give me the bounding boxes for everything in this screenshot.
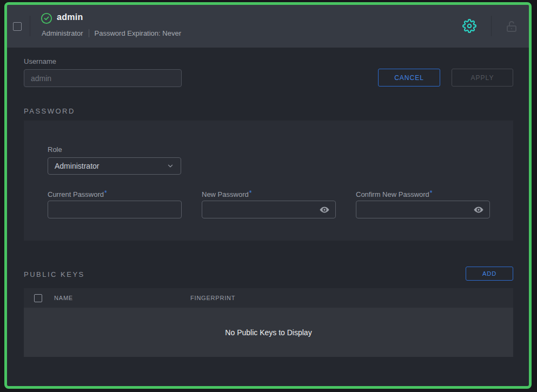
public-keys-section-title: PUBLIC KEYS bbox=[24, 270, 85, 278]
username-input[interactable] bbox=[24, 69, 182, 87]
user-subtitle: Administrator Password Expiration: Never bbox=[42, 29, 181, 37]
header-icon-divider bbox=[491, 16, 492, 36]
new-password-field bbox=[202, 201, 336, 218]
confirm-password-label-text: Confirm New Password bbox=[356, 190, 429, 198]
confirm-password-field bbox=[356, 201, 490, 218]
eye-icon bbox=[319, 204, 330, 215]
role-value: Administrator bbox=[55, 162, 99, 170]
confirm-password-input[interactable] bbox=[356, 205, 473, 214]
new-password-input[interactable] bbox=[202, 205, 319, 214]
add-public-key-button[interactable]: ADD bbox=[466, 267, 513, 281]
user-role-text: Administrator bbox=[42, 29, 83, 37]
user-edit-panel: admin Administrator Password Expiration:… bbox=[4, 2, 532, 389]
new-password-label: New Password* bbox=[202, 189, 251, 198]
chevron-down-icon bbox=[167, 162, 174, 170]
required-marker: * bbox=[249, 189, 252, 197]
password-expiration-text: Password Expiration: Never bbox=[95, 29, 181, 37]
current-password-field bbox=[48, 201, 182, 218]
user-header: admin Administrator Password Expiration:… bbox=[7, 5, 529, 48]
role-label: Role bbox=[48, 145, 62, 154]
username-title: admin bbox=[57, 12, 83, 22]
show-confirm-password-button[interactable] bbox=[473, 204, 489, 215]
public-keys-table: NAME FINGERPRINT No Public Keys to Displ… bbox=[24, 288, 513, 357]
username-label: Username bbox=[24, 57, 56, 65]
apply-button[interactable]: APPLY bbox=[452, 69, 513, 87]
column-header-fingerprint: FINGERPRINT bbox=[190, 295, 235, 301]
public-keys-table-header: NAME FINGERPRINT bbox=[24, 288, 513, 308]
subtitle-separator bbox=[89, 29, 89, 37]
required-marker: * bbox=[430, 189, 433, 197]
current-password-label: Current Password* bbox=[48, 189, 107, 198]
empty-state-message: No Public Keys to Display bbox=[225, 328, 311, 337]
header-divider bbox=[30, 16, 30, 36]
password-section-title: PASSWORD bbox=[24, 107, 75, 115]
lock-button[interactable] bbox=[504, 19, 519, 34]
gear-icon bbox=[462, 19, 476, 33]
show-new-password-button[interactable] bbox=[319, 204, 335, 215]
cancel-button[interactable]: CANCEL bbox=[378, 69, 440, 87]
password-card: Role Administrator Current Password* New… bbox=[24, 121, 513, 241]
settings-button[interactable] bbox=[462, 18, 477, 34]
select-user-checkbox[interactable] bbox=[13, 22, 22, 31]
column-header-name: NAME bbox=[54, 295, 190, 301]
select-all-keys-checkbox[interactable] bbox=[34, 294, 42, 302]
current-password-label-text: Current Password bbox=[48, 190, 104, 198]
confirm-password-label: Confirm New Password* bbox=[356, 189, 433, 198]
public-keys-empty-state: No Public Keys to Display bbox=[24, 308, 513, 357]
role-select[interactable]: Administrator bbox=[48, 157, 181, 175]
eye-icon bbox=[473, 204, 484, 215]
current-password-input[interactable] bbox=[48, 205, 181, 214]
check-circle-icon bbox=[41, 12, 52, 24]
required-marker: * bbox=[104, 189, 107, 197]
new-password-label-text: New Password bbox=[202, 190, 249, 198]
unlock-icon bbox=[505, 20, 518, 33]
